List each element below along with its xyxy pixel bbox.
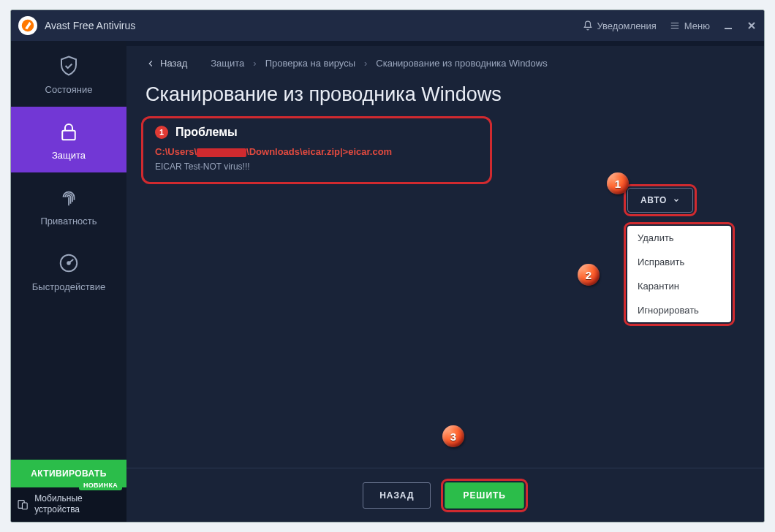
menu-item-delete[interactable]: Удалить: [627, 226, 731, 250]
menu-item-repair[interactable]: Исправить: [627, 250, 731, 274]
sidebar-item-protection[interactable]: Защита: [11, 107, 126, 172]
problems-card: 1 Проблемы C:\Users\\Downloads\eicar.zip…: [141, 116, 492, 184]
redacted-segment: [197, 148, 246, 157]
annotation-frame-2: Удалить Исправить Карантин Игнорировать: [624, 222, 735, 326]
sidebar-item-label: Защита: [52, 150, 86, 161]
crumb-explorer-scan[interactable]: Сканирование из проводника Windows: [376, 58, 547, 69]
callout-1: 1: [607, 172, 629, 194]
back-label: Назад: [160, 58, 187, 69]
svg-point-3: [67, 262, 70, 265]
action-auto-dropdown[interactable]: АВТО: [627, 188, 693, 213]
new-badge: НОВИНКА: [79, 480, 122, 490]
bell-icon: [583, 20, 593, 31]
sidebar: Состояние Защита Приватность Быстродейст…: [11, 41, 126, 522]
mobile-label: Мобильные устройства: [34, 493, 121, 514]
crumb-virus-scan[interactable]: Проверка на вирусы: [265, 58, 355, 69]
lock-icon: [56, 119, 81, 144]
titlebar: Avast Free Antivirus Уведомления Меню: [11, 10, 764, 41]
sidebar-item-label: Состояние: [45, 84, 93, 95]
sidebar-item-label: Быстродействие: [32, 281, 105, 292]
solve-button[interactable]: РЕШИТЬ: [445, 482, 523, 509]
hamburger-icon: [670, 20, 680, 31]
minimize-button[interactable]: [723, 20, 733, 31]
back-button[interactable]: НАЗАД: [363, 482, 431, 509]
sidebar-item-status[interactable]: Состояние: [11, 41, 126, 107]
auto-label: АВТО: [640, 195, 667, 205]
avast-logo-icon: [18, 16, 37, 35]
threat-path-suffix: \Downloads\eicar.zip|>eicar.com: [246, 146, 392, 157]
app-window: Avast Free Antivirus Уведомления Меню Со…: [10, 10, 765, 522]
menu-label: Меню: [684, 20, 710, 31]
fingerprint-icon: [56, 185, 81, 210]
threat-description: EICAR Test-NOT virus!!!: [155, 162, 478, 172]
callout-2: 2: [578, 264, 600, 286]
threat-path-prefix: C:\Users\: [155, 146, 197, 157]
callout-3: 3: [442, 425, 464, 447]
breadcrumb: Назад Защита › Проверка на вирусы › Скан…: [126, 46, 764, 73]
problems-heading: Проблемы: [175, 126, 238, 139]
menu-button[interactable]: Меню: [670, 20, 710, 31]
annotation-frame-3: РЕШИТЬ: [441, 479, 527, 512]
action-block: АВТО Удалить Исправить Карантин Игнориро…: [624, 184, 735, 326]
app-title: Avast Free Antivirus: [45, 20, 583, 31]
svg-rect-1: [62, 130, 75, 140]
shield-check-icon: [56, 53, 81, 78]
problem-count-badge: 1: [155, 126, 168, 139]
sidebar-item-performance[interactable]: Быстродействие: [11, 238, 126, 304]
back-link[interactable]: Назад: [145, 58, 187, 69]
notifications-label: Уведомления: [597, 20, 657, 31]
sidebar-item-privacy[interactable]: Приватность: [11, 172, 126, 238]
threat-path: C:\Users\\Downloads\eicar.zip|>eicar.com: [155, 146, 478, 157]
bottom-bar: НАЗАД РЕШИТЬ: [126, 468, 764, 522]
svg-rect-5: [22, 503, 27, 509]
page-title: Сканирование из проводника Windows: [126, 73, 764, 116]
annotation-frame-1: АВТО: [624, 184, 697, 216]
gauge-icon: [56, 251, 81, 276]
action-menu: Удалить Исправить Карантин Игнорировать: [627, 226, 731, 322]
main-panel: Назад Защита › Проверка на вирусы › Скан…: [126, 41, 764, 522]
crumb-protection[interactable]: Защита: [211, 58, 244, 69]
mobile-devices-button[interactable]: НОВИНКА Мобильные устройства: [11, 487, 126, 522]
devices-icon: [17, 496, 29, 512]
arrow-left-icon: [145, 58, 156, 69]
menu-item-quarantine[interactable]: Карантин: [627, 274, 731, 298]
sidebar-item-label: Приватность: [40, 216, 97, 227]
chevron-down-icon: [673, 197, 680, 204]
notifications-button[interactable]: Уведомления: [583, 20, 657, 31]
close-button[interactable]: [746, 20, 757, 31]
menu-item-ignore[interactable]: Игнорировать: [627, 298, 731, 322]
